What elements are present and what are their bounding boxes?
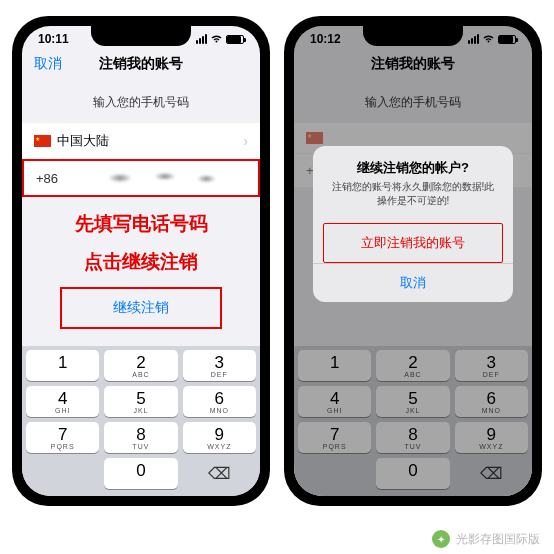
- page-title: 注销我的账号: [99, 55, 183, 73]
- subtitle: 输入您的手机号码: [22, 80, 260, 123]
- alert-message: 注销您的账号将永久删除您的数据!此操作是不可逆的!: [313, 180, 513, 220]
- alert-title: 继续注销您的帐户?: [313, 146, 513, 180]
- watermark: ✦ 光影存图国际版: [432, 530, 540, 548]
- key-8[interactable]: 8TUV: [104, 422, 177, 453]
- wifi-icon: [210, 34, 223, 44]
- key-7[interactable]: 7PQRS: [26, 422, 99, 453]
- nav-bar: 取消 注销我的账号: [22, 48, 260, 80]
- wechat-icon: ✦: [432, 530, 450, 548]
- key-4[interactable]: 4GHI: [26, 386, 99, 417]
- continue-button-highlight: 继续注销: [60, 287, 222, 329]
- phone-input-row[interactable]: +86: [22, 159, 260, 197]
- phone-left: 10:11 取消 注销我的账号 输入您的手机号码 中国大陆: [12, 16, 270, 506]
- phone-prefix: +86: [36, 171, 58, 186]
- key-backspace[interactable]: ⌫: [183, 458, 256, 489]
- status-time: 10:11: [38, 32, 69, 46]
- region-label: 中国大陆: [57, 132, 109, 150]
- chevron-right-icon: ›: [243, 133, 248, 149]
- key-3[interactable]: 3DEF: [183, 350, 256, 381]
- notch: [91, 26, 191, 46]
- annotation-text-1: 先填写电话号码: [22, 197, 260, 243]
- region-row[interactable]: 中国大陆 ›: [22, 123, 260, 160]
- continue-button[interactable]: 继续注销: [62, 289, 220, 327]
- phone-right: 10:12 注销我的账号 输入您的手机号码 +86: [284, 16, 542, 506]
- key-1[interactable]: 1: [26, 350, 99, 381]
- china-flag-icon: [34, 135, 51, 147]
- signal-icon: [196, 34, 207, 44]
- annotation-text-2: 点击继续注销: [22, 243, 260, 287]
- alert-confirm-button[interactable]: 立即注销我的账号: [323, 223, 503, 263]
- notch: [363, 26, 463, 46]
- alert-cancel-button[interactable]: 取消: [313, 263, 513, 302]
- numeric-keypad: 1 2ABC 3DEF 4GHI 5JKL 6MNO 7PQRS 8TUV 9W…: [22, 346, 260, 496]
- key-9[interactable]: 9WXYZ: [183, 422, 256, 453]
- phone-number-blurred: [66, 170, 246, 186]
- battery-icon: [226, 35, 244, 44]
- key-5[interactable]: 5JKL: [104, 386, 177, 417]
- key-6[interactable]: 6MNO: [183, 386, 256, 417]
- cancel-button[interactable]: 取消: [34, 55, 62, 73]
- key-2[interactable]: 2ABC: [104, 350, 177, 381]
- confirm-alert: 继续注销您的帐户? 注销您的账号将永久删除您的数据!此操作是不可逆的! 立即注销…: [313, 146, 513, 302]
- key-0[interactable]: 0: [104, 458, 177, 489]
